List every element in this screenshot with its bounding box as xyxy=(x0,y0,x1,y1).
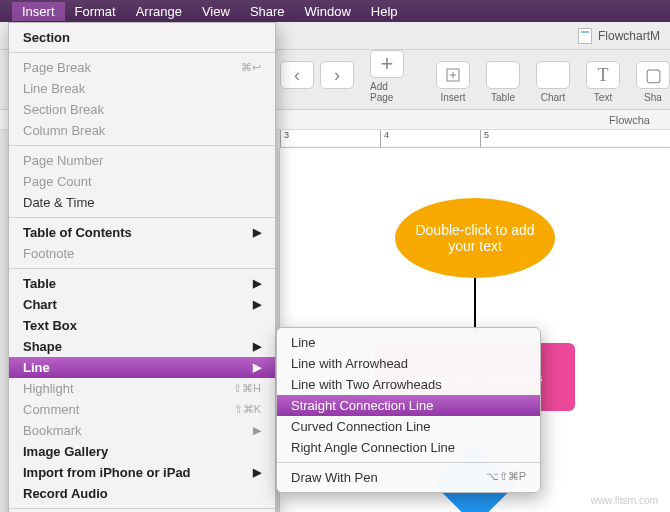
menu-item-page-number[interactable]: Page Number xyxy=(9,150,275,171)
menu-share[interactable]: Share xyxy=(240,2,295,21)
insert-button[interactable]: Insert xyxy=(436,61,470,103)
submenu-arrow-icon: ▶ xyxy=(253,226,261,239)
menu-item-text-box[interactable]: Text Box xyxy=(9,315,275,336)
menu-item-import-from-iphone-or-ipad[interactable]: Import from iPhone or iPad▶ xyxy=(9,462,275,483)
toolbar-label: Text xyxy=(594,92,612,103)
submenu-arrow-icon: ▶ xyxy=(253,340,261,353)
ruler-tick: 5 xyxy=(480,130,580,147)
submenu-arrow-icon: ▶ xyxy=(253,466,261,479)
menu-separator xyxy=(9,52,275,53)
line-submenu: LineLine with ArrowheadLine with Two Arr… xyxy=(276,327,541,493)
menu-item-date-time[interactable]: Date & Time xyxy=(9,192,275,213)
prev-page-button[interactable]: ‹ xyxy=(280,61,314,103)
shape-button[interactable]: ▢Sha xyxy=(636,61,670,103)
submenu-item-straight-connection-line[interactable]: Straight Connection Line xyxy=(277,395,540,416)
menu-item-line-break[interactable]: Line Break xyxy=(9,78,275,99)
menu-view[interactable]: View xyxy=(192,2,240,21)
submenu-item-line[interactable]: Line xyxy=(277,332,540,353)
menu-arrange[interactable]: Arrange xyxy=(126,2,192,21)
menu-separator xyxy=(9,508,275,509)
next-page-button[interactable]: › xyxy=(320,61,354,103)
text-button[interactable]: TText xyxy=(586,61,620,103)
document-icon xyxy=(578,28,592,44)
insert-menu: SectionPage Break⌘↩Line BreakSection Bre… xyxy=(8,22,276,512)
submenu-item-curved-connection-line[interactable]: Curved Connection Line xyxy=(277,416,540,437)
menu-item-bookmark[interactable]: Bookmark▶ xyxy=(9,420,275,441)
flowchart-ellipse[interactable]: Double-click to add your text xyxy=(395,198,555,278)
menu-item-line[interactable]: Line▶ xyxy=(9,357,275,378)
submenu-arrow-icon: ▶ xyxy=(253,361,261,374)
submenu-item-draw-with-pen[interactable]: Draw With Pen⌥⇧⌘P xyxy=(277,467,540,488)
watermark: www.fitsrn.com xyxy=(591,495,658,506)
menu-item-page-count[interactable]: Page Count xyxy=(9,171,275,192)
menu-item-comment[interactable]: Comment⇧⌘K xyxy=(9,399,275,420)
ruler-tick: 4 xyxy=(380,130,480,147)
menu-separator xyxy=(277,462,540,463)
menu-item-image-gallery[interactable]: Image Gallery xyxy=(9,441,275,462)
menu-separator xyxy=(9,268,275,269)
menu-item-section[interactable]: Section xyxy=(9,27,275,48)
menu-item-table[interactable]: Table▶ xyxy=(9,273,275,294)
document-title: FlowchartM xyxy=(598,29,660,43)
menu-item-shape[interactable]: Shape▶ xyxy=(9,336,275,357)
menu-item-column-break[interactable]: Column Break xyxy=(9,120,275,141)
toolbar-label: Sha xyxy=(644,92,662,103)
menu-window[interactable]: Window xyxy=(295,2,361,21)
table-button[interactable]: Table xyxy=(486,61,520,103)
menu-item-chart[interactable]: Chart▶ xyxy=(9,294,275,315)
ruler-tick: 3 xyxy=(280,130,380,147)
submenu-arrow-icon: ▶ xyxy=(253,277,261,290)
submenu-item-line-with-arrowhead[interactable]: Line with Arrowhead xyxy=(277,353,540,374)
menu-item-record-audio[interactable]: Record Audio xyxy=(9,483,275,504)
add-page-button[interactable]: +Add Page xyxy=(370,50,404,103)
ruler: 345 xyxy=(280,130,670,148)
chart-button[interactable]: Chart xyxy=(536,61,570,103)
submenu-arrow-icon: ▶ xyxy=(253,424,261,437)
submenu-arrow-icon: ▶ xyxy=(253,298,261,311)
menu-item-highlight[interactable]: Highlight⇧⌘H xyxy=(9,378,275,399)
menu-separator xyxy=(9,217,275,218)
menu-item-table-of-contents[interactable]: Table of Contents▶ xyxy=(9,222,275,243)
toolbar-label: Insert xyxy=(440,92,465,103)
menu-item-footnote[interactable]: Footnote xyxy=(9,243,275,264)
menu-insert[interactable]: Insert xyxy=(12,2,65,21)
menu-help[interactable]: Help xyxy=(361,2,408,21)
submenu-item-line-with-two-arrowheads[interactable]: Line with Two Arrowheads xyxy=(277,374,540,395)
menu-format[interactable]: Format xyxy=(65,2,126,21)
menu-item-page-break[interactable]: Page Break⌘↩ xyxy=(9,57,275,78)
toolbar-label: Chart xyxy=(541,92,565,103)
menu-separator xyxy=(9,145,275,146)
menu-item-section-break[interactable]: Section Break xyxy=(9,99,275,120)
toolbar-label: Table xyxy=(491,92,515,103)
submenu-item-right-angle-connection-line[interactable]: Right Angle Connection Line xyxy=(277,437,540,458)
toolbar-label: Add Page xyxy=(370,81,404,103)
menubar: InsertFormatArrangeViewShareWindowHelp xyxy=(0,0,670,22)
